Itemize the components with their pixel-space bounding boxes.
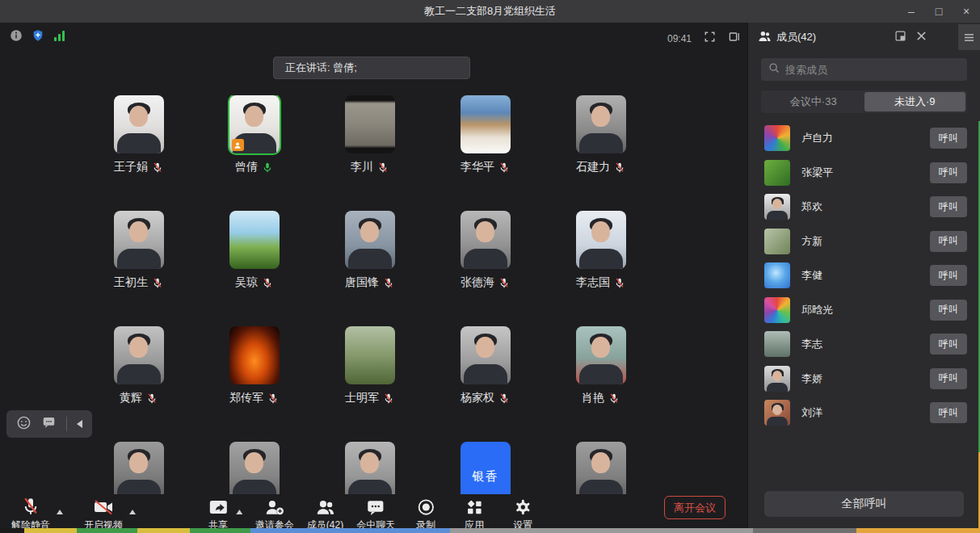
- share-options-caret[interactable]: [236, 510, 242, 514]
- video-stage: 09:41 正在讲话: 曾倩; 王子娟: [0, 23, 747, 533]
- video-tile[interactable]: [461, 211, 511, 269]
- participant-cell[interactable]: 李志国: [543, 211, 658, 326]
- call-button[interactable]: 呼叫: [930, 162, 967, 183]
- mic-status-icon: [614, 277, 625, 289]
- emoji-icon[interactable]: [16, 415, 32, 434]
- participant-cell[interactable]: [543, 442, 658, 494]
- video-tile[interactable]: [461, 95, 511, 153]
- network-signal-icon[interactable]: [53, 30, 66, 44]
- toolbar-chat-button[interactable]: 会中聊天: [356, 497, 395, 532]
- participant-cell[interactable]: 王子娟: [81, 95, 196, 211]
- toolbar-apps-button[interactable]: 应用: [456, 497, 492, 532]
- participant-cell[interactable]: 肖艳: [543, 326, 658, 442]
- toolbar-invite-button[interactable]: 邀请参会: [255, 497, 294, 532]
- call-button[interactable]: 呼叫: [930, 196, 967, 217]
- participant-cell[interactable]: 唐国锋: [312, 211, 427, 326]
- video-tile[interactable]: [576, 95, 626, 153]
- search-input[interactable]: [785, 64, 967, 76]
- toolbar-settings-button[interactable]: 设置: [505, 497, 540, 532]
- participant-name-row: 张德海: [461, 275, 510, 290]
- record-icon: [417, 497, 435, 516]
- member-row: 李娇 呼叫: [748, 362, 980, 397]
- popout-panel-icon[interactable]: [894, 30, 906, 45]
- video-tile[interactable]: [229, 442, 280, 494]
- call-all-button[interactable]: 全部呼叫: [764, 491, 964, 517]
- participant-cell[interactable]: 杨家权: [427, 326, 543, 442]
- tab-not-joined[interactable]: 未进入·9: [864, 92, 966, 111]
- fullscreen-icon[interactable]: [704, 31, 716, 46]
- participant-name: 唐国锋: [345, 275, 379, 290]
- video-tile[interactable]: [576, 442, 626, 494]
- call-button[interactable]: 呼叫: [930, 402, 967, 423]
- video-tile[interactable]: [114, 211, 164, 269]
- call-button[interactable]: 呼叫: [930, 265, 967, 286]
- call-button[interactable]: 呼叫: [930, 334, 967, 355]
- participant-cell[interactable]: 王初生: [81, 211, 196, 326]
- member-avatar: [764, 194, 790, 220]
- participant-cell[interactable]: 郑传军: [196, 326, 312, 442]
- camera-options-caret[interactable]: [129, 510, 136, 514]
- participant-cell[interactable]: 石建力: [543, 95, 658, 211]
- call-button[interactable]: 呼叫: [930, 231, 967, 252]
- participant-cell[interactable]: [81, 442, 196, 494]
- participant-name: 肖艳: [582, 391, 604, 405]
- leave-meeting-button[interactable]: 离开会议: [664, 496, 726, 519]
- call-button[interactable]: 呼叫: [930, 368, 967, 389]
- member-avatar: [764, 366, 790, 392]
- toolbar-share-button[interactable]: 共享: [207, 497, 242, 532]
- tile-name-overlay: 银香: [461, 469, 511, 485]
- participant-cell[interactable]: 张德海: [427, 211, 543, 326]
- video-tile[interactable]: [345, 442, 395, 494]
- video-tile[interactable]: [345, 211, 395, 269]
- video-tile[interactable]: [229, 211, 280, 269]
- video-tile[interactable]: [229, 326, 280, 384]
- participant-name: 李华平: [461, 160, 494, 174]
- participant-cell[interactable]: [196, 442, 312, 494]
- participant-cell[interactable]: 李华平: [427, 95, 543, 211]
- participant-cell[interactable]: 银香: [427, 442, 543, 494]
- toolbar-members-button[interactable]: 成员(42): [307, 497, 343, 532]
- participant-cell[interactable]: 吴琼: [196, 211, 312, 326]
- start-video-button[interactable]: 开启视频: [84, 497, 136, 532]
- video-tile[interactable]: [114, 95, 164, 153]
- participant-cell[interactable]: 曾倩: [196, 95, 312, 211]
- camera-off-icon: [93, 497, 114, 516]
- mic-options-caret[interactable]: [57, 510, 63, 514]
- video-tile[interactable]: [576, 326, 626, 384]
- video-tile[interactable]: [114, 442, 164, 494]
- chat-icon: [367, 497, 385, 516]
- close-button[interactable]: ×: [953, 0, 980, 23]
- call-button[interactable]: 呼叫: [930, 128, 967, 149]
- mic-status-icon: [498, 392, 510, 405]
- info-icon[interactable]: [10, 29, 23, 45]
- toolbar-record-button[interactable]: 录制: [408, 497, 444, 532]
- call-button[interactable]: 呼叫: [930, 300, 967, 321]
- video-tile[interactable]: 银香: [461, 442, 511, 494]
- video-tile[interactable]: [229, 95, 280, 153]
- video-tile[interactable]: [461, 326, 511, 384]
- video-tile[interactable]: [345, 326, 395, 384]
- participant-cell[interactable]: 李川: [312, 95, 427, 211]
- quick-chat-icon[interactable]: [41, 415, 57, 433]
- participant-name-row: 王初生: [114, 275, 163, 290]
- participant-cell[interactable]: [312, 442, 427, 494]
- close-panel-icon[interactable]: [916, 30, 927, 44]
- collapse-panel-icon[interactable]: [77, 420, 82, 428]
- participant-name: 李志国: [576, 275, 610, 290]
- video-tile[interactable]: [345, 95, 395, 153]
- unmute-button[interactable]: 解除静音: [11, 497, 63, 532]
- participant-name: 士明军: [345, 391, 379, 405]
- video-tile[interactable]: [114, 326, 164, 384]
- participant-cell[interactable]: 士明军: [312, 326, 427, 442]
- maximize-button[interactable]: □: [925, 0, 953, 23]
- participant-name-row: 吴琼: [235, 275, 273, 290]
- participant-cell[interactable]: 黄辉: [81, 326, 196, 442]
- video-tile[interactable]: [576, 211, 626, 269]
- layout-toggle-icon[interactable]: [728, 31, 741, 46]
- minimize-button[interactable]: –: [898, 0, 925, 23]
- sidebar-menu-button[interactable]: [958, 24, 980, 50]
- tab-in-meeting[interactable]: 会议中·33: [763, 92, 864, 111]
- member-row: 刘洋 呼叫: [748, 396, 980, 430]
- members-icon: [758, 30, 772, 45]
- security-shield-icon[interactable]: [32, 29, 44, 45]
